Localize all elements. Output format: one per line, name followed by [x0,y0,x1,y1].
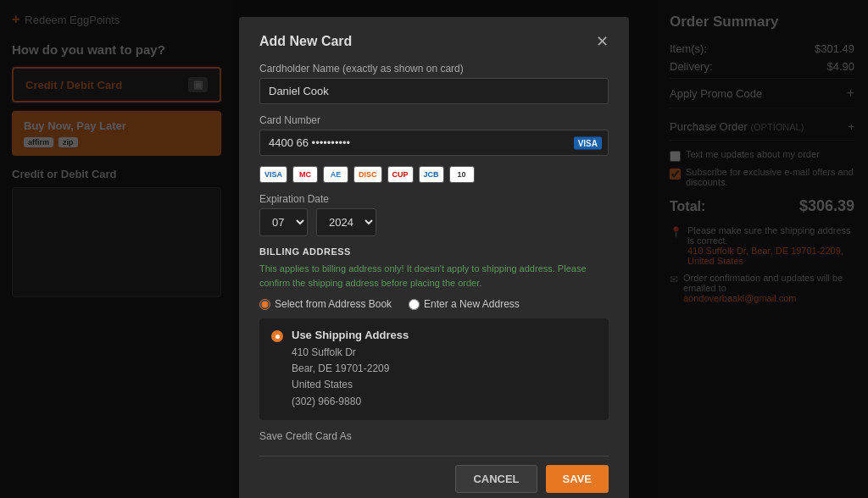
mastercard-logo: MC [292,166,318,183]
select-address-book-option[interactable]: Select from Address Book [259,298,392,310]
unionpay-logo: CUP [387,166,414,183]
amex-logo: AE [323,166,348,183]
modal-title: Add New Card [259,34,352,49]
address-source-radios: Select from Address Book Enter a New Add… [259,298,609,310]
modal-overlay: Add New Card ✕ Cardholder Name (exactly … [0,0,868,498]
card-number-wrapper: VISA [259,130,609,156]
save-button[interactable]: SAVE [546,465,609,493]
expiry-label: Expiration Date [259,193,609,205]
select-address-book-radio[interactable] [259,299,270,310]
save-card-label: Save Credit Card As [259,430,609,442]
card-number-input[interactable] [259,130,609,156]
address-details: Use Shipping Address 410 Suffolk Dr Bear… [292,329,409,410]
cancel-button[interactable]: CANCEL [455,465,537,493]
enter-new-address-radio[interactable] [409,299,420,310]
add-card-modal: Add New Card ✕ Cardholder Name (exactly … [239,17,629,498]
card-logos: VISA MC AE DISC CUP JCB 10 [259,166,609,183]
address-phone: (302) 966-9880 [292,394,409,410]
visa-logo: VISA [259,166,287,183]
cardholder-name-group: Cardholder Name (exactly as shown on car… [259,63,609,104]
expiry-month-select[interactable]: 01020304 05060708 09101112 [259,208,308,236]
address-line2: Bear, DE 19701-2209 [292,361,409,377]
modal-header: Add New Card ✕ [259,34,609,49]
address-line3: United States [292,377,409,393]
close-button[interactable]: ✕ [596,34,609,49]
cardholder-name-label: Cardholder Name (exactly as shown on car… [259,63,609,75]
expiry-row: 01020304 05060708 09101112 202320242025 … [259,208,609,236]
selected-address-indicator [271,330,283,342]
billing-note: This applies to billing address only! It… [259,262,609,290]
enter-new-address-option[interactable]: Enter a New Address [409,298,520,310]
use-shipping-title: Use Shipping Address [292,329,409,341]
billing-address-label: BILLING ADDRESS [259,246,609,257]
visa-badge: VISA [574,136,602,149]
cardholder-name-input[interactable] [259,78,609,104]
address-line1: 410 Suffolk Dr [292,345,409,361]
modal-footer: CANCEL SAVE [259,456,609,493]
jcb-logo: JCB [419,166,444,183]
diners-logo: 10 [449,166,475,183]
discover-logo: DISC [353,166,382,183]
expiry-group: Expiration Date 01020304 05060708 091011… [259,193,609,236]
card-number-group: Card Number VISA [259,114,609,156]
expiry-year-select[interactable]: 202320242025 202620272028 [316,208,376,236]
card-number-label: Card Number [259,114,609,126]
use-shipping-address-card[interactable]: Use Shipping Address 410 Suffolk Dr Bear… [259,318,609,420]
